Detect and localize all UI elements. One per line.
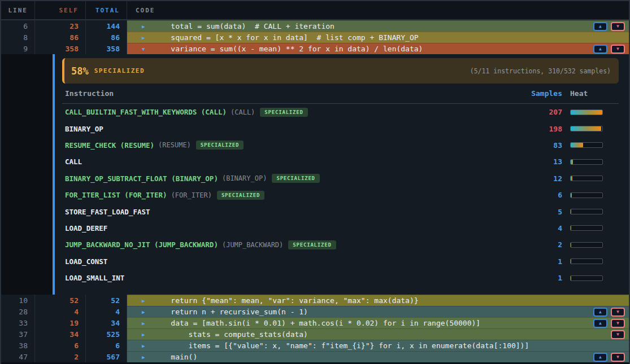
code-cell[interactable]: ▶ total = sum(data) # CALL + iteration ▲… [127,20,629,32]
code-cell[interactable]: ▶ squared = [x * x for x in data] # list… [127,32,629,43]
instruction-name-cell: LOAD_CONST [62,257,511,266]
row-buttons: ▲ ▼ [593,45,625,54]
jump-down-button[interactable]: ▼ [611,45,625,54]
opcode-name: RESUME_CHECK (RESUME) [65,141,154,150]
line-number: 10 [1,295,35,306]
expand-icon[interactable]: ▶ [142,309,147,315]
profiler-app: LINE SELF TOTAL CODE 6 23 144 ▶ total = … [0,0,630,364]
opcode-name: JUMP_BACKWARD_NO_JIT (JUMP_BACKWARD) [65,240,218,249]
instruction-name-cell: BINARY_OP [62,125,511,133]
row-buttons: ▲ ▼ [593,319,625,328]
table-row: 9 358 358 ▼ variance = sum((x - mean) **… [1,43,629,54]
code-cell[interactable]: ▼ variance = sum((x - mean) ** 2 for x i… [127,43,629,54]
heat-bar-fill [571,176,572,181]
heat-bar-track [570,159,603,165]
jump-down-button[interactable]: ▼ [611,22,625,31]
instruction-name-cell: LOAD_DEREF [62,224,511,233]
opcode-base-name: (JUMP_BACKWARD) [222,241,283,249]
code-cell[interactable]: ▶ return n + recursive_sum(n - 1) ▲ ▼ [127,306,629,317]
specialized-badge: SPECIALIZED [288,240,336,249]
jump-up-button[interactable]: ▲ [593,45,607,54]
instruction-name-cell: FOR_ITER_LIST (FOR_ITER) (FOR_ITER) SPEC… [62,191,511,200]
instruction-row: LOAD_DEREF 4 [62,220,619,236]
instruction-samples: 6 [511,191,562,199]
heat-bar-fill [571,193,572,198]
opcode-name: STORE_FAST_LOAD_FAST [65,208,150,216]
heat-bar-track [570,109,603,115]
row-buttons: ▼ [611,330,625,339]
line-number: 37 [1,328,35,340]
heat-bar-fill [571,209,571,214]
instruction-heat-cell [562,192,619,198]
table-row: 6 23 144 ▶ total = sum(data) # CALL + it… [1,20,629,32]
code-rows-bottom: 10 52 52 ▶ return {"mean": mean, "var": … [1,295,629,362]
jump-down-button[interactable]: ▼ [611,308,625,317]
total-samples-value: 4 [86,306,127,317]
panel-body: 58% SPECIALIZED (5/11 instructions, 310/… [55,54,629,295]
total-samples-value: 6 [86,340,127,351]
heat-bar-fill [571,110,602,115]
instruction-column-header: Instruction [62,89,511,98]
opcode-name: FOR_ITER_LIST (FOR_ITER) [65,191,167,199]
expand-icon[interactable]: ▶ [142,343,147,349]
instruction-samples: 198 [511,125,562,133]
expand-icon[interactable]: ▶ [142,332,147,337]
total-samples-value: 525 [86,328,127,340]
code-text: total = sum(data) # CALL + iteration [153,22,334,30]
code-text: stats = compute_stats(data) [153,330,308,339]
instruction-heat-cell [562,258,619,264]
jump-down-button[interactable]: ▼ [611,353,625,362]
line-number: 6 [1,20,35,32]
specialization-banner: 58% SPECIALIZED (5/11 instructions, 310/… [62,58,619,84]
code-cell[interactable]: ▶ return {"mean": mean, "var": variance,… [127,295,629,306]
code-text: return n + recursive_sum(n - 1) [153,308,308,316]
total-samples-value: 86 [86,32,127,43]
expand-icon[interactable]: ▶ [142,354,147,360]
opcode-base-name: (CALL) [231,108,255,116]
code-cell[interactable]: ▶ items = [{"value": x, "name": f"item_{… [127,340,629,351]
row-buttons: ▲ ▼ [593,353,625,362]
line-number: 47 [1,351,35,362]
code-cell[interactable]: ▶ data = [math.sin(i * 0.01) + math.cos(… [127,317,629,328]
heat-bar-track [570,242,603,248]
instruction-heat-cell [562,242,619,248]
jump-down-button[interactable]: ▼ [611,330,625,339]
code-cell[interactable]: ▶ stats = compute_stats(data) ▼ [127,328,629,340]
instruction-samples: 5 [511,208,562,216]
self-samples-value: 34 [35,328,86,340]
expand-icon[interactable]: ▶ [142,24,147,29]
self-samples-value: 4 [35,306,86,317]
expand-icon[interactable]: ▶ [142,321,147,326]
jump-up-button[interactable]: ▲ [593,308,607,317]
jump-up-button[interactable]: ▲ [593,319,607,328]
collapse-icon[interactable]: ▼ [142,46,147,52]
instruction-row: CALL_BUILTIN_FAST_WITH_KEYWORDS (CALL) (… [62,104,619,120]
instruction-name-cell: BINARY_OP_SUBTRACT_FLOAT (BINARY_OP) (BI… [62,174,511,183]
instruction-table-header: Instruction Samples Heat [62,84,619,104]
heat-bar-track [570,225,603,231]
specialized-badge: SPECIALIZED [272,174,319,183]
code-cell[interactable]: ▶ main() ▲ ▼ [127,351,629,362]
jump-down-button[interactable]: ▼ [611,319,625,328]
line-number: 28 [1,306,35,317]
opcode-name: BINARY_OP [65,125,103,133]
expand-icon[interactable]: ▶ [142,298,147,304]
instruction-samples: 1 [511,274,562,282]
line-number: 9 [1,43,35,54]
jump-up-button[interactable]: ▲ [593,353,607,362]
self-samples-value: 19 [35,317,86,328]
instruction-name-cell: CALL_BUILTIN_FAST_WITH_KEYWORDS (CALL) (… [62,108,511,117]
samples-column-header: Samples [511,89,562,98]
jump-up-button[interactable]: ▲ [593,22,607,31]
self-samples-value: 86 [35,32,86,43]
heat-bar-track [570,126,603,131]
column-header-self: SELF [35,1,86,19]
table-header: LINE SELF TOTAL CODE [1,1,629,20]
specialized-percent: 58% [71,65,89,77]
heat-bar-track [570,275,603,281]
instruction-heat-cell [562,176,619,181]
instruction-samples: 12 [511,174,562,183]
expand-icon[interactable]: ▶ [142,35,147,41]
column-header-total: TOTAL [86,1,127,19]
heat-bar-track [570,192,603,198]
